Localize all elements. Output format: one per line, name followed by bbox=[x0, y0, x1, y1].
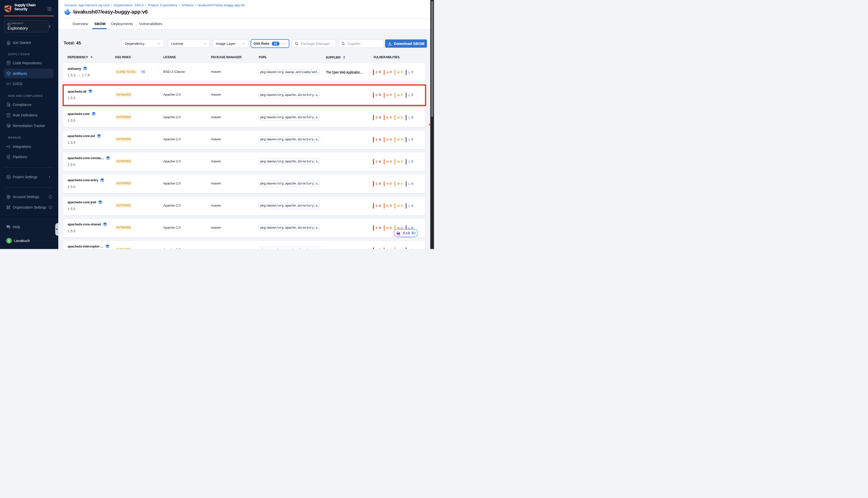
svg-text:?: ? bbox=[8, 225, 9, 227]
